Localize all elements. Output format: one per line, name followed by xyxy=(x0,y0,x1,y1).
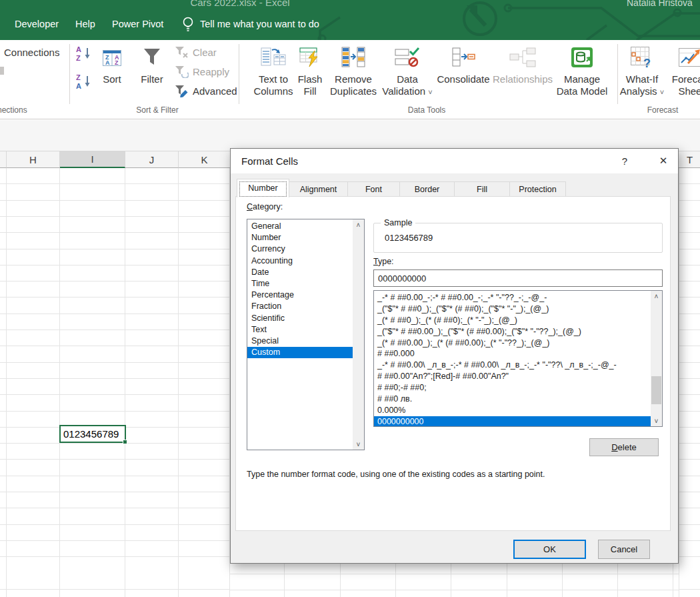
scroll-up-icon[interactable]: ˄ xyxy=(353,219,364,230)
svg-text:Z: Z xyxy=(76,73,81,81)
sort-button[interactable]: Z A A Z Sort xyxy=(95,41,129,85)
format-code-item[interactable]: _(* # ##0_);_(* (# ##0);_(* "-"_);_(@_) xyxy=(374,315,662,326)
consolidate-button[interactable]: Consolidate xyxy=(435,41,491,85)
filter-button[interactable]: Filter xyxy=(135,41,169,85)
format-code-item[interactable]: _(* # ##0.00_);_(* (# ##0.00);_(* "-"??_… xyxy=(374,338,662,349)
format-code-item[interactable]: # ##0.000 xyxy=(374,348,662,360)
format-code-item[interactable]: _-* # ##0.00_-;-* # ##0.00_-;_-* "-"??_-… xyxy=(374,292,662,304)
group-label-data-tools: Data Tools xyxy=(240,105,613,115)
data-validation-icon xyxy=(395,47,420,67)
ok-button[interactable]: OK xyxy=(513,540,586,559)
sort-za-icon: Z A xyxy=(76,73,92,91)
reapply-filter-button: Reapply xyxy=(174,65,229,78)
tell-me-label: Tell me what you want to do xyxy=(200,19,319,29)
forecast-sheet-button[interactable]: ForecastSheet xyxy=(668,41,700,97)
column-header-T[interactable]: T xyxy=(679,151,700,168)
advanced-filter-icon xyxy=(174,84,189,97)
ribbon-tab-help[interactable]: Help xyxy=(75,19,95,29)
category-item[interactable]: General xyxy=(247,221,364,232)
format-code-item[interactable]: _("$"* # ##0.00_);_("$"* (# ##0.00);_("$… xyxy=(374,326,662,338)
category-item[interactable]: Scientific xyxy=(247,313,364,324)
tab-border[interactable]: Border xyxy=(400,181,455,197)
format-code-item[interactable]: _-* # ##0.00\ _л_в_-;-* # ##0.00\ _л_в_-… xyxy=(374,360,662,371)
clear-filter-button: Clear xyxy=(174,45,217,59)
category-item[interactable]: Currency xyxy=(247,243,364,255)
format-code-item[interactable]: # ##0.00"An?";[Red]-# ##0.00"An?" xyxy=(374,371,662,382)
filter-funnel-icon xyxy=(142,47,162,68)
column-header-J[interactable]: J xyxy=(125,151,179,168)
category-item[interactable]: Number xyxy=(247,232,364,243)
data-validation-button[interactable]: DataValidation ˅ xyxy=(379,41,435,98)
column-header-I[interactable]: I xyxy=(60,151,125,168)
category-label: Category: xyxy=(247,202,283,211)
category-item-selected[interactable]: Custom xyxy=(247,347,353,358)
manage-data-model-icon xyxy=(569,45,595,69)
scrollbar-thumb[interactable] xyxy=(651,376,661,404)
connections-button[interactable]: Connections xyxy=(4,47,59,58)
sample-value: 0123456789 xyxy=(385,233,433,243)
text-to-columns-icon xyxy=(261,46,286,69)
scroll-up-icon[interactable]: ˄ xyxy=(651,291,662,302)
remove-duplicates-button[interactable]: RemoveDuplicates xyxy=(325,41,381,97)
what-if-analysis-icon: ? xyxy=(631,46,653,69)
column-header-H[interactable]: H xyxy=(7,151,60,168)
tab-fill[interactable]: Fill xyxy=(455,181,510,197)
format-code-item[interactable]: # ##0 лв. xyxy=(374,394,662,405)
category-item[interactable]: Percentage xyxy=(247,289,364,301)
tab-alignment[interactable]: Alignment xyxy=(289,181,348,197)
format-code-item[interactable]: _("$"* # ##0_);_("$"* (# ##0);_("$"* "-"… xyxy=(374,304,662,315)
tab-number[interactable]: Number xyxy=(237,179,289,197)
category-item[interactable]: Date xyxy=(247,267,364,278)
group-separator xyxy=(617,44,618,104)
dialog-close-button[interactable]: ✕ xyxy=(654,153,673,169)
scroll-down-icon[interactable]: ˅ xyxy=(353,439,364,450)
sample-label: Sample xyxy=(381,218,415,227)
tab-protection[interactable]: Protection xyxy=(510,181,566,197)
group-separator xyxy=(69,44,70,104)
category-item[interactable]: Special xyxy=(247,336,364,347)
category-item[interactable]: Text xyxy=(247,324,364,336)
category-listbox[interactable]: General Number Currency Accounting Date … xyxy=(247,219,365,450)
what-if-analysis-button[interactable]: ? What-IfAnalysis ˅ xyxy=(619,41,665,98)
user-name: Natalia Hristova xyxy=(627,0,693,8)
cut-icon-fragment xyxy=(0,67,4,75)
grid-left: H I J K 0123456789 xyxy=(0,151,230,597)
dialog-help-button[interactable]: ? xyxy=(615,153,634,169)
category-item[interactable]: Time xyxy=(247,278,364,289)
column-header-partial[interactable] xyxy=(0,151,7,168)
group-label-sort-filter: Sort & Filter xyxy=(100,105,215,115)
consolidate-icon xyxy=(451,47,475,67)
category-item[interactable]: Fraction xyxy=(247,301,364,312)
advanced-filter-button[interactable]: Advanced xyxy=(174,84,237,97)
format-code-item-selected[interactable]: 0000000000 xyxy=(374,416,651,427)
relationships-icon xyxy=(509,47,537,67)
cancel-button[interactable]: Cancel xyxy=(598,540,650,559)
format-code-item[interactable]: # ##0;-# ##0; xyxy=(374,382,662,394)
dialog-tab-strip: Number Alignment Font Border Fill Protec… xyxy=(237,179,566,197)
format-list-scrollbar[interactable]: ˄ ˅ xyxy=(651,291,662,426)
tell-me-box[interactable]: Tell me what you want to do xyxy=(181,16,319,32)
dialog-help-text: Type the number format code, using one o… xyxy=(247,470,545,479)
svg-text:Z: Z xyxy=(115,59,119,66)
format-code-listbox[interactable]: _-* # ##0.00_-;-* # ##0.00_-;_-* "-"??_-… xyxy=(373,290,663,427)
column-header-K[interactable]: K xyxy=(179,151,230,168)
grid-bottom xyxy=(230,564,679,597)
svg-text:Z: Z xyxy=(76,54,81,62)
ribbon-tab-developer[interactable]: Developer xyxy=(15,19,59,29)
ribbon-tab-power-pivot[interactable]: Power Pivot xyxy=(112,19,163,29)
type-input[interactable] xyxy=(373,269,663,287)
manage-data-model-button[interactable]: ManageData Model xyxy=(554,41,610,97)
tab-font[interactable]: Font xyxy=(348,181,400,197)
category-scrollbar[interactable]: ˄ ˅ xyxy=(353,219,364,450)
sort-za-button[interactable]: Z A xyxy=(76,73,92,91)
format-code-item[interactable]: 0.000% xyxy=(374,405,662,416)
group-label-forecast: Forecast xyxy=(619,105,700,115)
delete-button[interactable]: Delete xyxy=(589,438,659,456)
sort-az-button[interactable]: A Z xyxy=(76,45,92,63)
fill-handle[interactable] xyxy=(123,440,127,444)
scroll-down-icon[interactable]: ˅ xyxy=(651,416,662,426)
format-cells-dialog: Format Cells ? ✕ Number Alignment Font B… xyxy=(230,148,679,564)
lightbulb-icon xyxy=(181,16,195,32)
active-cell-I16[interactable]: 0123456789 xyxy=(59,425,126,443)
category-item[interactable]: Accounting xyxy=(247,255,364,267)
